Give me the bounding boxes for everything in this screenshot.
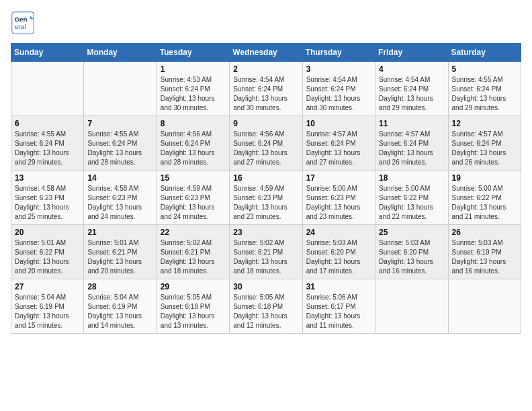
day-info: Sunrise: 4:58 AM Sunset: 6:23 PM Dayligh…: [87, 184, 152, 222]
calendar-header: SundayMondayTuesdayWednesdayThursdayFrid…: [11, 44, 521, 62]
day-info: Sunrise: 4:57 AM Sunset: 6:24 PM Dayligh…: [379, 130, 444, 167]
calendar-cell: [448, 279, 521, 334]
day-number: 31: [306, 282, 371, 291]
day-info: Sunrise: 5:01 AM Sunset: 6:21 PM Dayligh…: [87, 238, 152, 276]
day-number: 2: [233, 64, 298, 74]
day-info: Sunrise: 5:05 AM Sunset: 6:18 PM Dayligh…: [161, 293, 226, 330]
calendar-cell: 29Sunrise: 5:05 AM Sunset: 6:18 PM Dayli…: [157, 279, 229, 334]
day-number: 18: [379, 173, 444, 183]
calendar-cell: 24Sunrise: 5:03 AM Sunset: 6:20 PM Dayli…: [302, 225, 375, 279]
day-number: 27: [15, 282, 80, 291]
calendar-week-5: 27Sunrise: 5:04 AM Sunset: 6:19 PM Dayli…: [11, 279, 521, 334]
day-info: Sunrise: 5:04 AM Sunset: 6:19 PM Dayligh…: [87, 293, 152, 330]
weekday-header-saturday: Saturday: [448, 44, 521, 62]
day-number: 14: [87, 173, 152, 183]
day-info: Sunrise: 4:53 AM Sunset: 6:24 PM Dayligh…: [161, 75, 226, 113]
day-number: 20: [15, 228, 80, 237]
day-info: Sunrise: 4:59 AM Sunset: 6:23 PM Dayligh…: [161, 184, 226, 222]
day-info: Sunrise: 5:02 AM Sunset: 6:21 PM Dayligh…: [161, 238, 226, 276]
calendar-cell: 9Sunrise: 4:56 AM Sunset: 6:24 PM Daylig…: [230, 116, 302, 171]
calendar-cell: 23Sunrise: 5:02 AM Sunset: 6:21 PM Dayli…: [230, 225, 302, 279]
day-number: 7: [87, 119, 152, 128]
calendar-cell: 17Sunrise: 5:00 AM Sunset: 6:23 PM Dayli…: [302, 171, 375, 225]
calendar-body: 1Sunrise: 4:53 AM Sunset: 6:24 PM Daylig…: [11, 62, 521, 334]
logo: Gen eral: [11, 11, 38, 35]
day-info: Sunrise: 4:55 AM Sunset: 6:24 PM Dayligh…: [452, 75, 517, 113]
day-number: 11: [379, 119, 444, 128]
calendar-cell: 11Sunrise: 4:57 AM Sunset: 6:24 PM Dayli…: [375, 116, 448, 171]
day-number: 29: [161, 282, 226, 291]
day-number: 9: [233, 119, 298, 128]
day-number: 26: [452, 228, 517, 237]
calendar-week-3: 13Sunrise: 4:58 AM Sunset: 6:23 PM Dayli…: [11, 171, 521, 225]
day-number: 25: [379, 228, 444, 237]
day-info: Sunrise: 4:54 AM Sunset: 6:24 PM Dayligh…: [233, 75, 298, 113]
calendar-week-1: 1Sunrise: 4:53 AM Sunset: 6:24 PM Daylig…: [11, 62, 521, 116]
day-info: Sunrise: 5:03 AM Sunset: 6:19 PM Dayligh…: [452, 238, 517, 276]
weekday-header-sunday: Sunday: [11, 44, 84, 62]
calendar-cell: 28Sunrise: 5:04 AM Sunset: 6:19 PM Dayli…: [84, 279, 157, 334]
day-info: Sunrise: 4:54 AM Sunset: 6:24 PM Dayligh…: [379, 75, 444, 113]
day-info: Sunrise: 5:00 AM Sunset: 6:22 PM Dayligh…: [379, 184, 444, 222]
day-info: Sunrise: 5:04 AM Sunset: 6:19 PM Dayligh…: [15, 293, 80, 330]
weekday-header-wednesday: Wednesday: [230, 44, 302, 62]
calendar-cell: 27Sunrise: 5:04 AM Sunset: 6:19 PM Dayli…: [11, 279, 84, 334]
day-number: 4: [379, 64, 444, 74]
calendar-cell: 3Sunrise: 4:54 AM Sunset: 6:24 PM Daylig…: [302, 62, 375, 116]
calendar-cell: 2Sunrise: 4:54 AM Sunset: 6:24 PM Daylig…: [230, 62, 302, 116]
day-info: Sunrise: 5:06 AM Sunset: 6:17 PM Dayligh…: [306, 293, 371, 330]
day-info: Sunrise: 4:55 AM Sunset: 6:24 PM Dayligh…: [15, 130, 80, 167]
page-header: Gen eral: [11, 11, 521, 35]
day-info: Sunrise: 4:57 AM Sunset: 6:24 PM Dayligh…: [306, 130, 371, 167]
calendar-cell: [84, 62, 157, 116]
calendar-cell: 13Sunrise: 4:58 AM Sunset: 6:23 PM Dayli…: [11, 171, 84, 225]
calendar-cell: 4Sunrise: 4:54 AM Sunset: 6:24 PM Daylig…: [375, 62, 448, 116]
weekday-header-thursday: Thursday: [302, 44, 375, 62]
day-number: 10: [306, 119, 371, 128]
day-number: 23: [233, 228, 298, 237]
day-number: 1: [161, 64, 226, 74]
day-number: 6: [15, 119, 80, 128]
calendar-cell: 10Sunrise: 4:57 AM Sunset: 6:24 PM Dayli…: [302, 116, 375, 171]
day-info: Sunrise: 4:59 AM Sunset: 6:23 PM Dayligh…: [233, 184, 298, 222]
calendar-cell: 30Sunrise: 5:05 AM Sunset: 6:18 PM Dayli…: [230, 279, 302, 334]
day-info: Sunrise: 4:56 AM Sunset: 6:24 PM Dayligh…: [233, 130, 298, 167]
calendar-cell: 22Sunrise: 5:02 AM Sunset: 6:21 PM Dayli…: [157, 225, 229, 279]
weekday-header-friday: Friday: [375, 44, 448, 62]
calendar-cell: 1Sunrise: 4:53 AM Sunset: 6:24 PM Daylig…: [157, 62, 229, 116]
day-info: Sunrise: 5:00 AM Sunset: 6:22 PM Dayligh…: [452, 184, 517, 222]
day-number: 24: [306, 228, 371, 237]
calendar-cell: 26Sunrise: 5:03 AM Sunset: 6:19 PM Dayli…: [448, 225, 521, 279]
day-number: 21: [87, 228, 152, 237]
calendar-cell: 14Sunrise: 4:58 AM Sunset: 6:23 PM Dayli…: [84, 171, 157, 225]
calendar-cell: 18Sunrise: 5:00 AM Sunset: 6:22 PM Dayli…: [375, 171, 448, 225]
day-number: 22: [161, 228, 226, 237]
calendar-week-4: 20Sunrise: 5:01 AM Sunset: 6:22 PM Dayli…: [11, 225, 521, 279]
day-info: Sunrise: 5:03 AM Sunset: 6:20 PM Dayligh…: [306, 238, 371, 276]
day-info: Sunrise: 5:02 AM Sunset: 6:21 PM Dayligh…: [233, 238, 298, 276]
day-info: Sunrise: 4:55 AM Sunset: 6:24 PM Dayligh…: [87, 130, 152, 167]
day-info: Sunrise: 4:54 AM Sunset: 6:24 PM Dayligh…: [306, 75, 371, 113]
calendar-cell: 6Sunrise: 4:55 AM Sunset: 6:24 PM Daylig…: [11, 116, 84, 171]
weekday-header-row: SundayMondayTuesdayWednesdayThursdayFrid…: [11, 44, 521, 62]
calendar-cell: 20Sunrise: 5:01 AM Sunset: 6:22 PM Dayli…: [11, 225, 84, 279]
calendar-cell: 19Sunrise: 5:00 AM Sunset: 6:22 PM Dayli…: [448, 171, 521, 225]
svg-text:eral: eral: [14, 23, 26, 30]
day-info: Sunrise: 5:01 AM Sunset: 6:22 PM Dayligh…: [15, 238, 80, 276]
day-number: 17: [306, 173, 371, 183]
day-info: Sunrise: 4:56 AM Sunset: 6:24 PM Dayligh…: [161, 130, 226, 167]
day-info: Sunrise: 4:58 AM Sunset: 6:23 PM Dayligh…: [15, 184, 80, 222]
weekday-header-monday: Monday: [84, 44, 157, 62]
calendar-cell: 12Sunrise: 4:57 AM Sunset: 6:24 PM Dayli…: [448, 116, 521, 171]
calendar-cell: 5Sunrise: 4:55 AM Sunset: 6:24 PM Daylig…: [448, 62, 521, 116]
day-info: Sunrise: 5:03 AM Sunset: 6:20 PM Dayligh…: [379, 238, 444, 276]
calendar-cell: 16Sunrise: 4:59 AM Sunset: 6:23 PM Dayli…: [230, 171, 302, 225]
calendar-cell: 15Sunrise: 4:59 AM Sunset: 6:23 PM Dayli…: [157, 171, 229, 225]
calendar-week-2: 6Sunrise: 4:55 AM Sunset: 6:24 PM Daylig…: [11, 116, 521, 171]
calendar-cell: [375, 279, 448, 334]
calendar-cell: 7Sunrise: 4:55 AM Sunset: 6:24 PM Daylig…: [84, 116, 157, 171]
logo-icon: Gen eral: [11, 11, 35, 35]
day-number: 8: [161, 119, 226, 128]
calendar-cell: 25Sunrise: 5:03 AM Sunset: 6:20 PM Dayli…: [375, 225, 448, 279]
calendar-table: SundayMondayTuesdayWednesdayThursdayFrid…: [11, 43, 521, 334]
